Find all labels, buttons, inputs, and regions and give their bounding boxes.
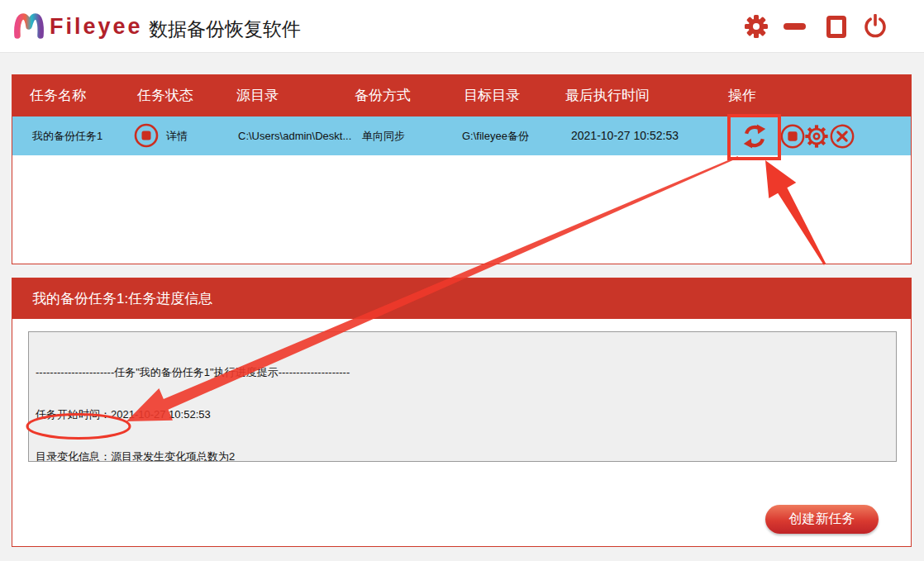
column-header-backup-mode: 备份方式	[355, 75, 411, 116]
column-header-task-name: 任务名称	[30, 75, 86, 116]
task-log-area[interactable]: ----------------------任务"我的备份任务1"执行进度提示-…	[28, 331, 897, 462]
task-list-panel: 任务名称 任务状态 源目录 备份方式 目标目录 最后执行时间 操作 我的备份任务…	[12, 74, 912, 264]
column-header-task-status: 任务状态	[137, 75, 193, 116]
power-icon[interactable]	[863, 14, 888, 39]
column-header-source-dir: 源目录	[236, 75, 279, 116]
last-run-cell: 2021-10-27 10:52:53	[571, 116, 679, 155]
stop-task-button[interactable]	[779, 123, 806, 150]
delete-task-button[interactable]	[829, 123, 855, 150]
log-line: 目录变化信息：源目录发生变化项总数为2	[36, 449, 889, 462]
app-title: 数据备份恢复软件	[149, 17, 301, 42]
task-name-cell: 我的备份任务1	[32, 116, 102, 155]
settings-gear-icon[interactable]	[744, 14, 769, 39]
task-detail-link[interactable]: 详情	[166, 116, 188, 155]
log-line: ----------------------任务"我的备份任务1"执行进度提示-…	[36, 365, 889, 379]
run-sync-button[interactable]	[741, 123, 768, 150]
column-header-operations: 操作	[728, 75, 756, 116]
source-dir-cell: C:\Users\admin\Deskt...	[238, 116, 351, 155]
target-dir-cell: G:\fileyee备份	[462, 116, 529, 155]
log-line: 任务开始时间：2021-10-27 10:52:53	[36, 407, 889, 421]
task-row[interactable]: 我的备份任务1 详情 C:\Users\admin\Deskt... 单向同步 …	[12, 116, 911, 155]
progress-panel-title: 我的备份任务1:任务进度信息	[12, 278, 911, 319]
app-window: Fileyee 数据备份恢复软件	[0, 0, 924, 561]
backup-mode-cell: 单向同步	[362, 116, 405, 155]
task-status-stop-icon	[134, 123, 159, 148]
column-header-last-run: 最后执行时间	[565, 75, 650, 116]
brand-name: Fileyee	[50, 14, 143, 40]
maximize-icon[interactable]	[824, 14, 849, 39]
task-settings-button[interactable]	[803, 123, 830, 150]
minimize-icon[interactable]	[783, 14, 807, 39]
column-header-target-dir: 目标目录	[464, 75, 520, 116]
create-task-button[interactable]: 创建新任务	[765, 505, 879, 534]
progress-panel: 我的备份任务1:任务进度信息 ----------------------任务"…	[12, 278, 912, 547]
title-bar: Fileyee 数据备份恢复软件	[0, 0, 924, 53]
table-header-row: 任务名称 任务状态 源目录 备份方式 目标目录 最后执行时间 操作	[12, 75, 911, 116]
fileyee-logo-icon	[12, 11, 46, 42]
